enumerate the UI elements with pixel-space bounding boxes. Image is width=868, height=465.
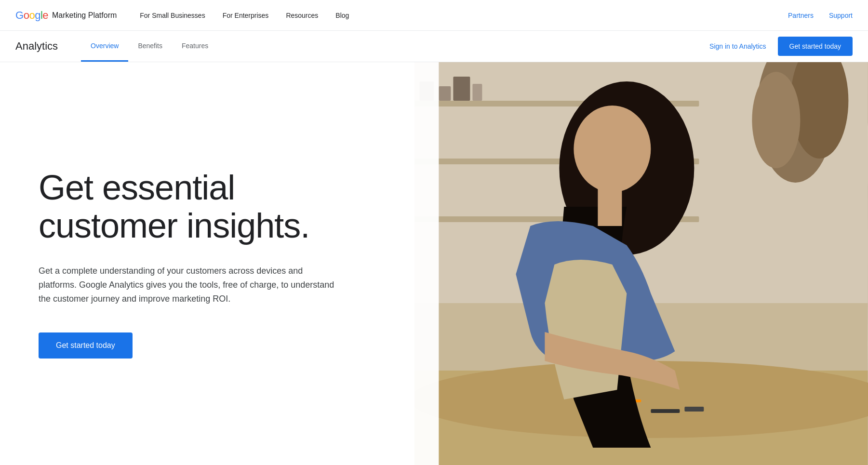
svg-rect-15 [651,409,680,413]
logo-g-yellow: o [29,9,35,22]
svg-rect-8 [473,84,482,101]
svg-rect-6 [439,86,451,101]
secondary-nav-right: Sign in to Analytics Get started today [709,37,853,56]
svg-point-11 [752,72,801,168]
hero-headline: Get essential customer insights. [39,169,376,245]
svg-rect-7 [454,77,470,101]
sign-in-link[interactable]: Sign in to Analytics [709,42,766,50]
top-nav-links: For Small Businesses For Enterprises Res… [140,12,788,19]
hero-section: Get essential customer insights. Get a c… [0,62,868,465]
nav-link-blog[interactable]: Blog [335,12,349,19]
logo-g-red2: e [42,9,48,22]
top-nav-right: Partners Support [788,12,853,19]
tab-overview[interactable]: Overview [81,31,128,62]
logo-g-blue: G [15,9,24,22]
svg-point-18 [574,106,651,192]
svg-rect-19 [598,187,622,226]
nav-link-resources[interactable]: Resources [286,12,318,19]
logo-g-blue2: g [35,9,40,22]
top-nav: Google Marketing Platform For Small Busi… [0,0,868,31]
nav-link-support[interactable]: Support [829,12,853,19]
tab-features[interactable]: Features [172,31,218,62]
analytics-product-label: Analytics [15,40,58,53]
google-logo: Google [15,9,48,22]
get-started-header-button[interactable]: Get started today [778,37,853,56]
nav-link-partners[interactable]: Partners [788,12,814,19]
tab-benefits[interactable]: Benefits [128,31,172,62]
logo-area: Google Marketing Platform [15,9,117,22]
logo-g-red: o [24,9,29,22]
platform-label: Marketing Platform [52,11,117,20]
get-started-hero-button[interactable]: Get started today [39,332,133,359]
svg-rect-16 [685,407,704,412]
secondary-nav-tabs: Overview Benefits Features [81,31,218,62]
hero-description: Get a complete understanding of your cus… [39,264,337,306]
secondary-nav: Analytics Overview Benefits Features Sig… [0,31,868,62]
nav-link-small-businesses[interactable]: For Small Businesses [140,12,205,19]
nav-link-enterprises[interactable]: For Enterprises [223,12,269,19]
hero-content-card: Get essential customer insights. Get a c… [0,62,414,465]
